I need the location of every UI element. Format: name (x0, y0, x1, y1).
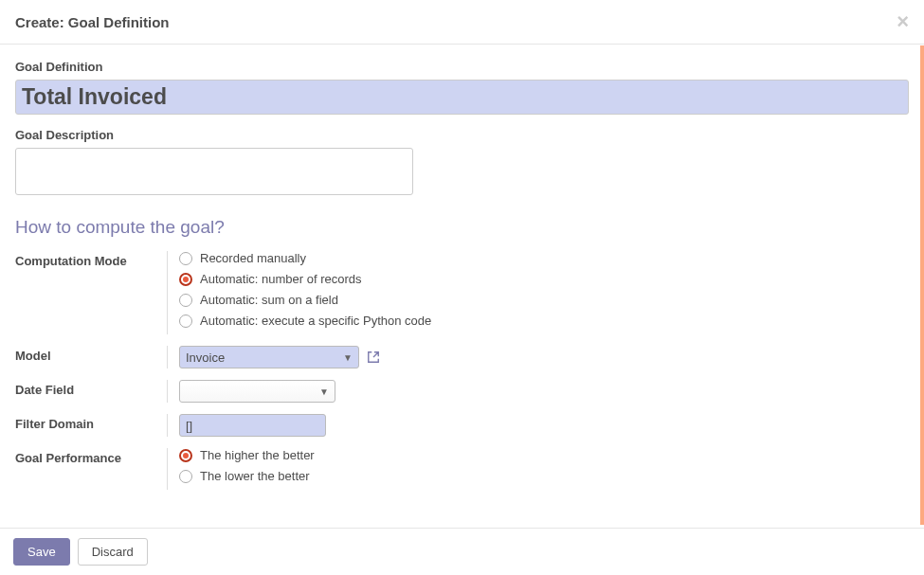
computation-mode-label: Computation Mode (15, 251, 167, 268)
radio-label: Automatic: execute a specific Python cod… (200, 314, 431, 328)
filter-domain-row: Filter Domain (15, 414, 909, 437)
chevron-down-icon: ▼ (319, 386, 329, 397)
radio-icon-selected (179, 449, 192, 462)
goal-description-label: Goal Description (15, 128, 909, 142)
model-select-wrap: Invoice ▼ (179, 346, 380, 368)
model-label: Model (15, 346, 167, 363)
filter-domain-value-cell (167, 414, 909, 437)
discard-button[interactable]: Discard (78, 538, 148, 566)
radio-icon (179, 314, 192, 328)
compute-section-title: How to compute the goal? (15, 217, 909, 238)
date-field-select[interactable]: ▼ (179, 380, 335, 403)
radio-icon-selected (179, 273, 192, 286)
radio-auto-sum[interactable]: Automatic: sum on a field (179, 293, 909, 307)
computation-mode-row: Computation Mode Recorded manually Autom… (15, 251, 909, 334)
radio-label: Automatic: number of records (200, 272, 362, 286)
date-field-value-cell: ▼ (167, 380, 909, 403)
radio-auto-python[interactable]: Automatic: execute a specific Python cod… (179, 314, 909, 328)
date-field-label: Date Field (15, 380, 167, 397)
goal-definition-label: Goal Definition (15, 60, 909, 74)
radio-label: Recorded manually (200, 251, 306, 265)
close-button[interactable]: × (897, 11, 909, 32)
model-select-value: Invoice (186, 350, 225, 365)
save-button[interactable]: Save (13, 538, 70, 566)
filter-domain-input[interactable] (179, 414, 326, 437)
goal-description-group: Goal Description (15, 128, 909, 198)
radio-label: Automatic: sum on a field (200, 293, 338, 307)
modal-body: Goal Definition Goal Description How to … (0, 45, 924, 516)
scrollbar-thumb[interactable] (920, 45, 924, 525)
chevron-down-icon: ▼ (343, 352, 353, 363)
goal-performance-row: Goal Performance The higher the better T… (15, 448, 909, 490)
radio-icon (179, 470, 192, 483)
modal-footer: Save Discard (0, 528, 924, 575)
model-value-cell: Invoice ▼ (167, 346, 909, 368)
computation-mode-options: Recorded manually Automatic: number of r… (167, 251, 909, 334)
goal-description-textarea[interactable] (15, 148, 413, 195)
radio-lower-better[interactable]: The lower the better (179, 469, 909, 483)
model-row: Model Invoice ▼ (15, 346, 909, 368)
filter-domain-label: Filter Domain (15, 414, 167, 431)
goal-definition-input[interactable] (15, 80, 909, 115)
goal-performance-label: Goal Performance (15, 448, 167, 465)
radio-auto-records[interactable]: Automatic: number of records (179, 272, 909, 286)
radio-label: The higher the better (200, 448, 315, 462)
modal-header: Create: Goal Definition × (0, 0, 924, 45)
radio-label: The lower the better (200, 469, 310, 483)
radio-icon (179, 294, 192, 307)
radio-recorded-manually[interactable]: Recorded manually (179, 251, 909, 265)
goal-performance-options: The higher the better The lower the bett… (167, 448, 909, 490)
radio-icon (179, 252, 192, 265)
modal-title: Create: Goal Definition (15, 14, 170, 30)
model-select[interactable]: Invoice ▼ (179, 346, 359, 368)
goal-definition-group: Goal Definition (15, 60, 909, 115)
radio-higher-better[interactable]: The higher the better (179, 448, 909, 462)
external-link-icon[interactable] (367, 350, 380, 364)
date-field-row: Date Field ▼ (15, 380, 909, 403)
